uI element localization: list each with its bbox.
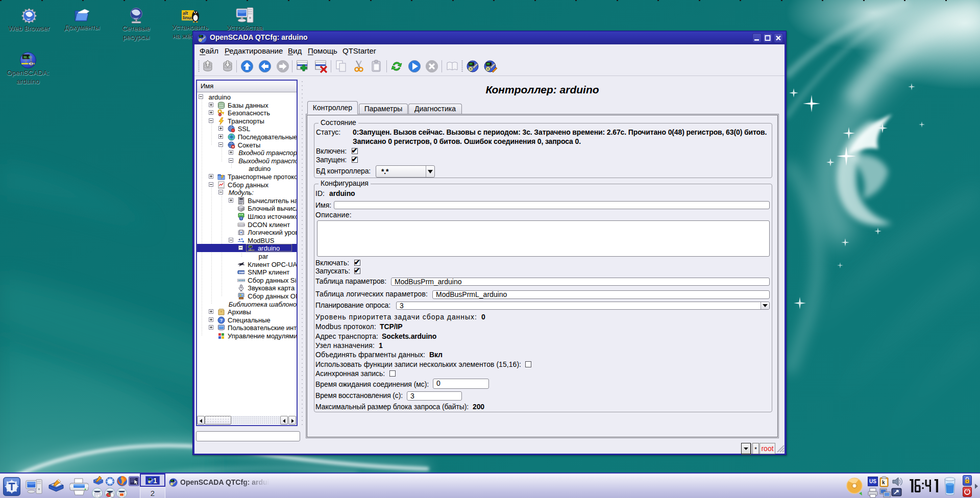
svg-text:?: ?: [220, 318, 223, 323]
svg-text:linux: linux: [183, 15, 193, 20]
svg-text:SNMP: SNMP: [238, 271, 245, 274]
svg-text:DCON: DCON: [238, 223, 245, 226]
svg-text:k: k: [882, 480, 885, 485]
svg-text:SIEMENS: SIEMENS: [238, 280, 245, 282]
svg-text:30.95: 30.95: [23, 56, 32, 59]
